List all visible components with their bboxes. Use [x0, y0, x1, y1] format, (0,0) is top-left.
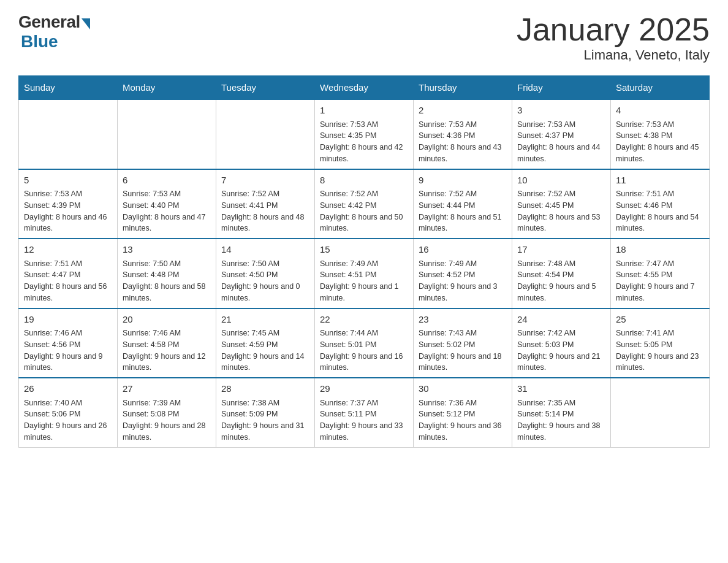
day-number: 2 [419, 104, 507, 118]
day-number: 23 [419, 313, 507, 327]
table-row: 24 Sunrise: 7:42 AMSunset: 5:03 PMDaylig… [512, 308, 611, 378]
day-number: 19 [24, 313, 112, 327]
table-row: 11 Sunrise: 7:51 AMSunset: 4:46 PMDaylig… [611, 169, 710, 239]
day-number: 20 [123, 313, 211, 327]
logo: General Blue [18, 12, 90, 52]
day-info: Sunrise: 7:49 AMSunset: 4:52 PMDaylight:… [419, 259, 498, 302]
day-number: 24 [517, 313, 605, 327]
day-number: 26 [24, 382, 112, 396]
table-row [611, 378, 710, 447]
table-row: 15 Sunrise: 7:49 AMSunset: 4:51 PMDaylig… [315, 239, 414, 308]
table-row: 20 Sunrise: 7:46 AMSunset: 4:58 PMDaylig… [118, 308, 216, 378]
day-number: 21 [221, 313, 309, 327]
day-number: 7 [221, 174, 309, 188]
table-row: 5 Sunrise: 7:53 AMSunset: 4:39 PMDayligh… [19, 169, 118, 239]
day-info: Sunrise: 7:48 AMSunset: 4:54 PMDaylight:… [517, 259, 596, 302]
table-row: 25 Sunrise: 7:41 AMSunset: 5:05 PMDaylig… [611, 308, 710, 378]
table-row: 21 Sunrise: 7:45 AMSunset: 4:59 PMDaylig… [216, 308, 315, 378]
day-info: Sunrise: 7:47 AMSunset: 4:55 PMDaylight:… [616, 259, 695, 302]
day-number: 25 [616, 313, 704, 327]
table-row: 27 Sunrise: 7:39 AMSunset: 5:08 PMDaylig… [118, 378, 216, 447]
table-row: 18 Sunrise: 7:47 AMSunset: 4:55 PMDaylig… [611, 239, 710, 308]
day-number: 11 [616, 174, 704, 188]
table-row: 30 Sunrise: 7:36 AMSunset: 5:12 PMDaylig… [414, 378, 512, 447]
day-info: Sunrise: 7:53 AMSunset: 4:35 PMDaylight:… [320, 120, 403, 163]
table-row: 10 Sunrise: 7:52 AMSunset: 4:45 PMDaylig… [512, 169, 611, 239]
day-info: Sunrise: 7:50 AMSunset: 4:50 PMDaylight:… [221, 259, 300, 302]
day-info: Sunrise: 7:53 AMSunset: 4:39 PMDaylight:… [24, 190, 107, 232]
day-info: Sunrise: 7:52 AMSunset: 4:41 PMDaylight:… [221, 190, 305, 232]
day-info: Sunrise: 7:41 AMSunset: 5:05 PMDaylight:… [616, 329, 699, 372]
table-row: 7 Sunrise: 7:52 AMSunset: 4:41 PMDayligh… [216, 169, 315, 239]
day-info: Sunrise: 7:38 AMSunset: 5:09 PMDaylight:… [221, 399, 305, 442]
header-friday: Friday [512, 76, 611, 100]
day-number: 22 [320, 313, 408, 327]
day-info: Sunrise: 7:36 AMSunset: 5:12 PMDaylight:… [419, 399, 502, 442]
day-number: 10 [517, 174, 605, 188]
day-info: Sunrise: 7:51 AMSunset: 4:46 PMDaylight:… [616, 190, 699, 232]
day-info: Sunrise: 7:53 AMSunset: 4:36 PMDaylight:… [419, 120, 502, 163]
header-monday: Monday [118, 76, 216, 100]
day-number: 5 [24, 174, 112, 188]
day-info: Sunrise: 7:44 AMSunset: 5:01 PMDaylight:… [320, 329, 403, 372]
day-number: 9 [419, 174, 507, 188]
day-info: Sunrise: 7:50 AMSunset: 4:48 PMDaylight:… [123, 259, 206, 302]
table-row: 22 Sunrise: 7:44 AMSunset: 5:01 PMDaylig… [315, 308, 414, 378]
day-number: 16 [419, 243, 507, 257]
table-row: 13 Sunrise: 7:50 AMSunset: 4:48 PMDaylig… [118, 239, 216, 308]
day-number: 17 [517, 243, 605, 257]
header-wednesday: Wednesday [315, 76, 414, 100]
title-block: January 2025 Limana, Veneto, Italy [517, 12, 710, 63]
day-number: 12 [24, 243, 112, 257]
header-tuesday: Tuesday [216, 76, 315, 100]
day-number: 8 [320, 174, 408, 188]
table-row: 1 Sunrise: 7:53 AMSunset: 4:35 PMDayligh… [315, 99, 414, 169]
calendar-title: January 2025 [517, 12, 710, 47]
table-row: 6 Sunrise: 7:53 AMSunset: 4:40 PMDayligh… [118, 169, 216, 239]
table-row: 8 Sunrise: 7:52 AMSunset: 4:42 PMDayligh… [315, 169, 414, 239]
table-row: 28 Sunrise: 7:38 AMSunset: 5:09 PMDaylig… [216, 378, 315, 447]
day-number: 30 [419, 382, 507, 396]
day-number: 31 [517, 382, 605, 396]
header-sunday: Sunday [19, 76, 118, 100]
day-info: Sunrise: 7:49 AMSunset: 4:51 PMDaylight:… [320, 259, 399, 302]
calendar-header: Sunday Monday Tuesday Wednesday Thursday… [19, 76, 710, 100]
table-row [19, 99, 118, 169]
table-row [216, 99, 315, 169]
day-number: 27 [123, 382, 211, 396]
day-number: 6 [123, 174, 211, 188]
day-number: 18 [616, 243, 704, 257]
day-info: Sunrise: 7:43 AMSunset: 5:02 PMDaylight:… [419, 329, 502, 372]
day-number: 15 [320, 243, 408, 257]
table-row [118, 99, 216, 169]
day-info: Sunrise: 7:40 AMSunset: 5:06 PMDaylight:… [24, 399, 107, 442]
day-info: Sunrise: 7:37 AMSunset: 5:11 PMDaylight:… [320, 399, 403, 442]
calendar-body: 1 Sunrise: 7:53 AMSunset: 4:35 PMDayligh… [19, 99, 710, 447]
table-row: 16 Sunrise: 7:49 AMSunset: 4:52 PMDaylig… [414, 239, 512, 308]
day-number: 4 [616, 104, 704, 118]
day-info: Sunrise: 7:52 AMSunset: 4:44 PMDaylight:… [419, 190, 502, 232]
day-info: Sunrise: 7:53 AMSunset: 4:37 PMDaylight:… [517, 120, 601, 163]
day-number: 3 [517, 104, 605, 118]
calendar-table: Sunday Monday Tuesday Wednesday Thursday… [18, 75, 710, 448]
calendar-subtitle: Limana, Veneto, Italy [517, 47, 710, 63]
table-row: 17 Sunrise: 7:48 AMSunset: 4:54 PMDaylig… [512, 239, 611, 308]
table-row: 4 Sunrise: 7:53 AMSunset: 4:38 PMDayligh… [611, 99, 710, 169]
day-number: 13 [123, 243, 211, 257]
table-row: 23 Sunrise: 7:43 AMSunset: 5:02 PMDaylig… [414, 308, 512, 378]
table-row: 19 Sunrise: 7:46 AMSunset: 4:56 PMDaylig… [19, 308, 118, 378]
header-thursday: Thursday [414, 76, 512, 100]
table-row: 14 Sunrise: 7:50 AMSunset: 4:50 PMDaylig… [216, 239, 315, 308]
day-info: Sunrise: 7:53 AMSunset: 4:40 PMDaylight:… [123, 190, 206, 232]
day-info: Sunrise: 7:45 AMSunset: 4:59 PMDaylight:… [221, 329, 305, 372]
page-header: General Blue January 2025 Limana, Veneto… [18, 12, 710, 63]
table-row: 26 Sunrise: 7:40 AMSunset: 5:06 PMDaylig… [19, 378, 118, 447]
day-number: 14 [221, 243, 309, 257]
table-row: 3 Sunrise: 7:53 AMSunset: 4:37 PMDayligh… [512, 99, 611, 169]
day-info: Sunrise: 7:35 AMSunset: 5:14 PMDaylight:… [517, 399, 601, 442]
table-row: 31 Sunrise: 7:35 AMSunset: 5:14 PMDaylig… [512, 378, 611, 447]
day-info: Sunrise: 7:39 AMSunset: 5:08 PMDaylight:… [123, 399, 206, 442]
logo-blue-text: Blue [21, 32, 58, 52]
header-saturday: Saturday [611, 76, 710, 100]
day-number: 28 [221, 382, 309, 396]
